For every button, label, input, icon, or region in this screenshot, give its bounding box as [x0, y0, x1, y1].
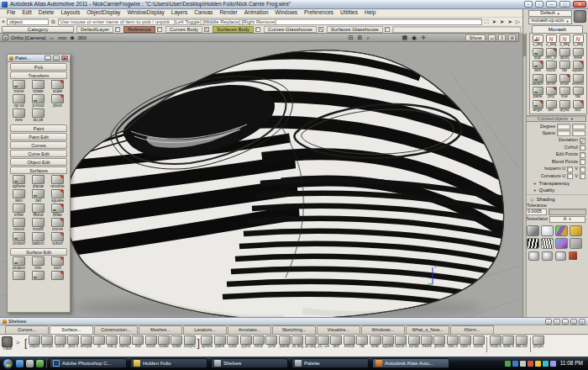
shelf-tool-button[interactable]: nonpro — [183, 336, 196, 349]
menu-item[interactable]: Utilities — [337, 10, 361, 16]
sphere-env-icon[interactable] — [542, 251, 553, 261]
tool-button[interactable]: 1_deg — [531, 34, 544, 47]
perspective-viewport[interactable]: z — [0, 42, 519, 317]
shelf-tool-button[interactable]: skin — [330, 336, 343, 349]
tool-button[interactable]: srfilet — [558, 74, 571, 87]
layer-visibility-checkbox[interactable] — [255, 27, 260, 32]
tray-icon[interactable] — [543, 361, 549, 367]
tool-button[interactable]: round — [9, 218, 29, 231]
shading-blue-icon[interactable] — [555, 238, 568, 249]
tool-button[interactable]: angle — [531, 100, 544, 113]
prompt-line[interactable]: Use mouse or enter name of item to pick … — [58, 18, 482, 25]
shelf-tool-button[interactable]: surfac — [407, 336, 420, 349]
single-view-button[interactable]: ▭ — [488, 34, 496, 41]
tool-button[interactable]: np sd — [9, 94, 29, 108]
shelf-tab[interactable]: Visualize... — [317, 325, 360, 334]
tool-button[interactable]: sphere — [9, 175, 29, 188]
tray-icon[interactable] — [528, 361, 533, 367]
tool-button[interactable]: 5_deg — [571, 34, 585, 47]
tool-button[interactable]: dupl — [531, 48, 544, 61]
shelf-tool-button[interactable]: curve — [54, 336, 66, 349]
tool-button[interactable]: detach — [531, 74, 544, 87]
menu-item[interactable]: Edit — [18, 10, 34, 16]
tool-button[interactable]: square — [571, 61, 585, 73]
shelf-tool-button[interactable]: sphere — [201, 336, 213, 349]
tool-button[interactable]: doc — [571, 100, 585, 113]
menu-item[interactable]: File — [3, 10, 18, 16]
tray-icon[interactable] — [512, 361, 518, 367]
shelf-tool-button[interactable]: pick s — [67, 336, 80, 349]
start-button[interactable] — [3, 358, 13, 369]
menu-item[interactable]: WindowDisplay — [123, 10, 167, 16]
pan-icon[interactable]: ✛ — [420, 34, 427, 41]
taskbar-button[interactable]: Holden Folio — [130, 358, 207, 368]
shelf-tool-button[interactable]: scale — [171, 336, 183, 349]
shelf-tool-button[interactable]: draft fl — [502, 336, 515, 349]
four-view-button[interactable]: ⊞ — [508, 34, 516, 41]
tessellator-dropdown[interactable]: A▼ — [549, 216, 585, 223]
tolerance-field[interactable]: 0.0005 — [525, 209, 547, 215]
menu-item[interactable]: Animation — [241, 10, 272, 16]
tool-button[interactable]: cmbsrf — [9, 232, 29, 246]
shelves-minimize-icon[interactable]: — — [562, 319, 569, 325]
tool-button[interactable]: zero — [9, 108, 29, 122]
tool-button[interactable]: stch — [48, 256, 67, 270]
checkbox[interactable] — [580, 173, 585, 179]
scheme-dropdown[interactable]: monash-cp.scm▼ — [528, 18, 572, 24]
tray-icon[interactable] — [505, 361, 511, 367]
tool-button[interactable]: project — [9, 256, 29, 270]
zebra-white-icon[interactable] — [541, 238, 554, 249]
shelf-tab[interactable]: Curves... — [5, 325, 49, 334]
value-field[interactable] — [572, 124, 585, 130]
shelf-tool-button[interactable]: profile — [433, 336, 446, 349]
picked-objects-bar[interactable]: 0 picked objects ▼ — [525, 115, 586, 122]
shelf-tool-button[interactable]: compo — [41, 336, 54, 349]
layer-visibility-checkbox[interactable] — [204, 27, 209, 32]
palette-section-curve-edit[interactable]: Curve Edit — [10, 150, 67, 157]
material-icon[interactable] — [569, 251, 577, 260]
tool-button[interactable]: qrysd — [558, 100, 571, 113]
render-window-icon[interactable]: ⊟ — [348, 34, 354, 41]
tool-button[interactable]: revolve — [48, 175, 67, 188]
quick-launch-icon[interactable] — [36, 360, 44, 367]
mdi-restore-icon[interactable]: ▫ — [524, 1, 533, 8]
tool-button[interactable]: modfft — [29, 218, 48, 231]
tool-palette-window[interactable]: Palet... — ▢ ✕ Pick Transform moverotate… — [7, 54, 71, 313]
preset-dropdown[interactable]: Default▼ — [528, 10, 572, 17]
shelf-tab[interactable]: What_s_New... — [406, 325, 449, 334]
pick-mode-field[interactable]: object — [7, 18, 49, 25]
tool-button[interactable]: fillfan — [48, 204, 67, 217]
value-field[interactable] — [557, 124, 570, 130]
control-panel-scrollbar[interactable] — [523, 33, 527, 317]
tool-button[interactable] — [9, 271, 29, 280]
shelves-title-bar[interactable]: Shelves ＋ ≡ — ▢ ✕ — [0, 318, 588, 325]
layer-chip[interactable]: Surfaces Glasshouse — [327, 26, 390, 33]
checkbox[interactable] — [580, 138, 585, 144]
tool-button[interactable]: crvnet — [48, 218, 67, 231]
tool-button[interactable]: ballcrn — [29, 232, 48, 246]
shelf-tool-button[interactable]: square — [381, 336, 394, 349]
monash-tab[interactable]: Monash — [532, 25, 583, 33]
palette-section-paint-edit[interactable]: Paint Edit — [10, 133, 67, 140]
shelf-tool-button[interactable]: projec — [533, 336, 545, 349]
tool-button[interactable]: rotate — [29, 80, 48, 93]
tool-button[interactable]: 2_deg — [544, 34, 558, 47]
tool-button[interactable]: proj — [544, 87, 558, 99]
shelf-tool-button[interactable]: 30 deg — [304, 336, 317, 349]
palette-section-curves[interactable]: Curves — [10, 141, 67, 149]
menu-item[interactable]: Canvas — [191, 10, 216, 16]
tool-button[interactable]: trim_cr — [544, 48, 558, 61]
history-icon[interactable]: ⧉ — [50, 18, 56, 25]
shelf-tool-button[interactable]: cv — [92, 336, 105, 349]
shelf-tool-button[interactable]: curve r — [395, 336, 407, 349]
quick-launch-icon[interactable] — [16, 360, 24, 367]
shading-section-header[interactable]: ◇ Shading — [523, 194, 588, 203]
menu-item[interactable]: Help — [361, 10, 379, 16]
tool-button[interactable]: rail — [558, 61, 571, 73]
value-field[interactable] — [572, 130, 585, 136]
sphere-env-icon[interactable] — [528, 251, 539, 261]
shelf-tool-button[interactable]: ball cor — [515, 336, 528, 349]
layer-chip[interactable]: Surfaces Body — [213, 26, 260, 33]
shelf-tool-button[interactable]: multi-s — [489, 336, 501, 349]
shelf-tool-button[interactable]: extrud — [343, 336, 355, 349]
